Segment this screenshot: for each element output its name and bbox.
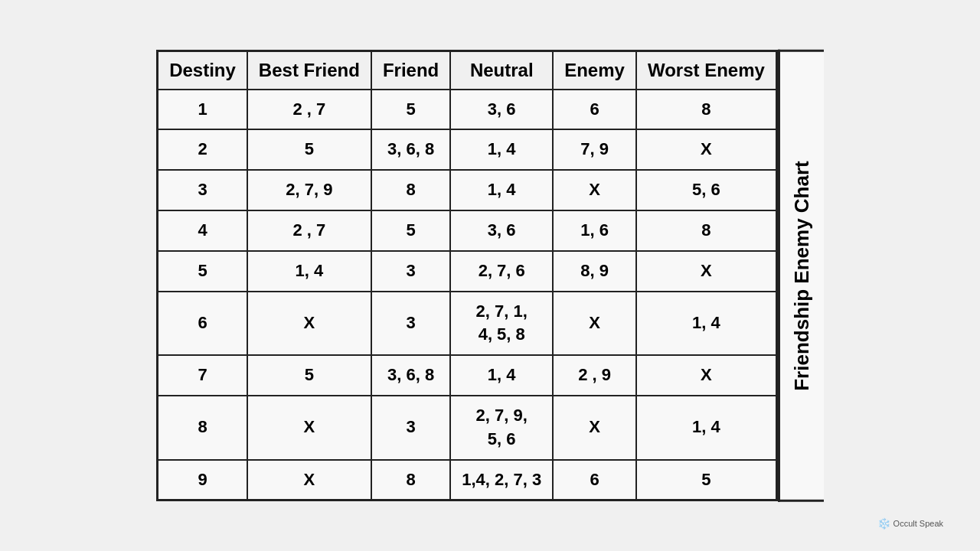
cell-friend: 3 <box>371 396 450 460</box>
cell-destiny: 4 <box>158 210 247 251</box>
table-row: 12 , 753, 668 <box>158 90 777 130</box>
cell-enemy: X <box>553 292 636 356</box>
table-row: 8X32, 7, 9, 5, 6X1, 4 <box>158 396 777 460</box>
table-row: 253, 6, 81, 47, 9X <box>158 129 777 170</box>
cell-best-friend: X <box>247 396 371 460</box>
cell-friend: 3, 6, 8 <box>371 129 450 170</box>
cell-best-friend: X <box>247 460 371 500</box>
cell-worst-enemy: X <box>636 129 776 170</box>
cell-destiny: 6 <box>158 292 247 356</box>
cell-neutral: 1, 4 <box>450 129 553 170</box>
snowflake-icon: ❄️ <box>877 517 890 530</box>
page-wrapper: Destiny Best Friend Friend Neutral Enemy… <box>31 15 949 536</box>
cell-destiny: 9 <box>158 460 247 500</box>
watermark-text: Occult Speak <box>893 519 943 528</box>
cell-destiny: 3 <box>158 170 247 210</box>
cell-worst-enemy: 5, 6 <box>636 170 776 210</box>
cell-worst-enemy: X <box>636 355 776 396</box>
cell-best-friend: 2 , 7 <box>247 90 371 130</box>
cell-worst-enemy: X <box>636 251 776 292</box>
table-row: 32, 7, 981, 4X5, 6 <box>158 170 777 210</box>
cell-destiny: 8 <box>158 396 247 460</box>
cell-enemy: 1, 6 <box>553 210 636 251</box>
cell-worst-enemy: 8 <box>636 90 776 130</box>
cell-neutral: 2, 7, 6 <box>450 251 553 292</box>
cell-destiny: 2 <box>158 129 247 170</box>
table-row: 51, 432, 7, 68, 9X <box>158 251 777 292</box>
cell-enemy: X <box>553 396 636 460</box>
cell-neutral: 1,4, 2, 7, 3 <box>450 460 553 500</box>
cell-destiny: 7 <box>158 355 247 396</box>
cell-best-friend: 5 <box>247 129 371 170</box>
side-label: Friendship Enemy Chart <box>778 50 824 502</box>
cell-enemy: 2 , 9 <box>553 355 636 396</box>
table-container: Destiny Best Friend Friend Neutral Enemy… <box>156 50 824 502</box>
table-row: 6X32, 7, 1, 4, 5, 8X1, 4 <box>158 292 777 356</box>
cell-enemy: 6 <box>553 90 636 130</box>
cell-best-friend: 2 , 7 <box>247 210 371 251</box>
cell-neutral: 2, 7, 9, 5, 6 <box>450 396 553 460</box>
cell-friend: 3, 6, 8 <box>371 355 450 396</box>
cell-friend: 3 <box>371 292 450 356</box>
header-worst-enemy: Worst Enemy <box>636 51 776 90</box>
cell-neutral: 2, 7, 1, 4, 5, 8 <box>450 292 553 356</box>
cell-enemy: X <box>553 170 636 210</box>
cell-friend: 8 <box>371 170 450 210</box>
cell-friend: 3 <box>371 251 450 292</box>
table-row: 753, 6, 81, 42 , 9X <box>158 355 777 396</box>
cell-worst-enemy: 1, 4 <box>636 396 776 460</box>
header-neutral: Neutral <box>450 51 553 90</box>
cell-enemy: 7, 9 <box>553 129 636 170</box>
cell-neutral: 1, 4 <box>450 170 553 210</box>
friendship-enemy-table: Destiny Best Friend Friend Neutral Enemy… <box>156 50 778 502</box>
cell-friend: 8 <box>371 460 450 500</box>
cell-worst-enemy: 8 <box>636 210 776 251</box>
cell-worst-enemy: 5 <box>636 460 776 500</box>
cell-neutral: 1, 4 <box>450 355 553 396</box>
cell-best-friend: 2, 7, 9 <box>247 170 371 210</box>
header-enemy: Enemy <box>553 51 636 90</box>
cell-best-friend: 1, 4 <box>247 251 371 292</box>
header-friend: Friend <box>371 51 450 90</box>
header-destiny: Destiny <box>158 51 247 90</box>
cell-enemy: 6 <box>553 460 636 500</box>
table-header-row: Destiny Best Friend Friend Neutral Enemy… <box>158 51 777 90</box>
cell-worst-enemy: 1, 4 <box>636 292 776 356</box>
header-best-friend: Best Friend <box>247 51 371 90</box>
cell-neutral: 3, 6 <box>450 210 553 251</box>
cell-friend: 5 <box>371 90 450 130</box>
cell-neutral: 3, 6 <box>450 90 553 130</box>
cell-destiny: 1 <box>158 90 247 130</box>
watermark: ❄️ Occult Speak <box>877 517 943 530</box>
cell-destiny: 5 <box>158 251 247 292</box>
table-row: 9X81,4, 2, 7, 365 <box>158 460 777 500</box>
table-row: 42 , 753, 61, 68 <box>158 210 777 251</box>
cell-enemy: 8, 9 <box>553 251 636 292</box>
cell-best-friend: 5 <box>247 355 371 396</box>
cell-best-friend: X <box>247 292 371 356</box>
cell-friend: 5 <box>371 210 450 251</box>
